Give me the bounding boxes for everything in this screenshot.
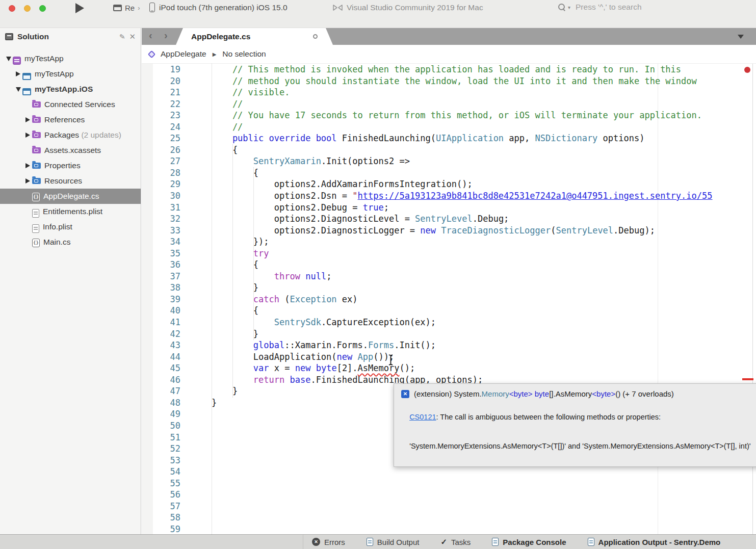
navigate-forward-button[interactable]: › (164, 30, 168, 41)
tab-appdelegate-cs[interactable]: AppDelegate.cs (176, 28, 333, 45)
line-number[interactable]: 45 (142, 362, 180, 374)
code-line-39[interactable]: 39 catch (Exception ex) (142, 294, 756, 305)
breadcrumb-class[interactable]: AppDelegate (161, 49, 206, 59)
line-number[interactable]: 37 (142, 271, 180, 282)
code-line-28[interactable]: 28 { (142, 167, 756, 179)
code-line-19[interactable]: 19 // This method is invoked when the ap… (142, 64, 756, 75)
tree-item-entitlements-plist[interactable]: Entitlements.plist (0, 204, 141, 219)
tree-item-packages[interactable]: Packages (2 updates) (0, 127, 141, 143)
line-number[interactable]: 53 (142, 455, 180, 466)
line-number[interactable]: 40 (142, 305, 180, 317)
line-number[interactable]: 52 (142, 443, 180, 455)
tree-item-connected-services[interactable]: Connected Services (0, 97, 141, 112)
code-line-29[interactable]: 29 options2.AddXamarinFormsIntegration()… (142, 178, 756, 190)
tree-item-mytestapp[interactable]: myTestApp (0, 51, 141, 66)
disclosure-right-icon[interactable] (14, 71, 22, 76)
code-line-26[interactable]: 26 { (142, 144, 756, 156)
status-item-build-output[interactable]: Build Output (367, 538, 420, 546)
tree-item-references[interactable]: References (0, 112, 141, 127)
close-pad-icon[interactable]: ✕ (129, 32, 136, 41)
line-number[interactable]: 48 (142, 397, 180, 409)
code-line-40[interactable]: 40 { (142, 305, 756, 317)
code-line-20[interactable]: 20 // method you should instantiate the … (142, 75, 756, 87)
status-item-tasks[interactable]: ✓Tasks (440, 537, 471, 546)
code-line-54[interactable]: 54 (142, 466, 756, 478)
line-number[interactable]: 29 (142, 178, 180, 190)
code-line-35[interactable]: 35 try (142, 248, 756, 259)
line-number[interactable]: 25 (142, 133, 180, 144)
line-number[interactable]: 57 (142, 501, 180, 512)
tree-item-assets-xcassets[interactable]: Assets.xcassets (0, 143, 141, 158)
device-selector[interactable]: iPod touch (7th generation) iOS 15.0 (149, 3, 288, 12)
line-number[interactable]: 23 (142, 110, 180, 121)
line-number[interactable]: 44 (142, 351, 180, 363)
line-number[interactable]: 34 (142, 236, 180, 248)
window-close-button[interactable] (9, 5, 15, 12)
tree-item-resources[interactable]: Resources (0, 173, 141, 189)
code-line-34[interactable]: 34 }); (142, 236, 756, 248)
navigate-back-button[interactable]: ‹ (149, 30, 152, 41)
code-line-31[interactable]: 31 options2.Debug = true; (142, 202, 756, 214)
status-item-errors[interactable]: ✕Errors (312, 538, 345, 546)
code-line-27[interactable]: 27 SentryXamarin.Init(options2 => (142, 155, 756, 167)
line-number[interactable]: 26 (142, 144, 180, 156)
status-item-package-console[interactable]: Package Console (492, 538, 566, 546)
disclosure-right-icon[interactable] (23, 163, 32, 168)
code-line-41[interactable]: 41 SentrySdk.CaptureException(ex); (142, 317, 756, 328)
line-number[interactable]: 38 (142, 282, 180, 294)
code-line-33[interactable]: 33 options2.DiagnosticLogger = new Trace… (142, 225, 756, 237)
line-number[interactable]: 21 (142, 87, 180, 98)
code-line-38[interactable]: 38 } (142, 282, 756, 294)
code-line-44[interactable]: 44 LoadApplication(new App()); (142, 351, 756, 363)
tree-item-mytestapp[interactable]: myTestApp (0, 66, 141, 82)
tree-item-properties[interactable]: Properties (0, 158, 141, 173)
code-line-22[interactable]: 22 // (142, 98, 756, 110)
disclosure-down-icon[interactable] (4, 57, 13, 61)
line-number[interactable]: 32 (142, 213, 180, 225)
run-button[interactable] (75, 3, 84, 13)
tree-item-appdelegate-cs[interactable]: {}AppDelegate.cs (0, 189, 141, 204)
error-marker-summary-icon[interactable] (744, 67, 750, 73)
code-line-21[interactable]: 21 // visible. (142, 87, 756, 98)
status-item-application-output-sentry-demo[interactable]: Application Output - Sentry.Demo (588, 538, 721, 546)
window-zoom-button[interactable] (39, 5, 46, 12)
line-number[interactable]: 22 (142, 98, 180, 110)
line-number[interactable]: 42 (142, 328, 180, 340)
line-number[interactable]: 49 (142, 408, 180, 420)
line-number[interactable]: 19 (142, 64, 180, 75)
code-line-56[interactable]: 56 (142, 489, 756, 501)
error-marker-line-icon[interactable] (742, 378, 753, 380)
code-line-43[interactable]: 43 global::Xamarin.Forms.Forms.Init(); (142, 339, 756, 351)
line-number[interactable]: 56 (142, 489, 180, 501)
line-number[interactable]: 35 (142, 248, 180, 259)
line-number[interactable]: 39 (142, 294, 180, 305)
line-number[interactable]: 24 (142, 121, 180, 133)
tab-list-dropdown-icon[interactable] (738, 35, 744, 39)
pin-icon[interactable]: ✏ (117, 32, 127, 42)
error-code-link[interactable]: CS0121 (409, 413, 436, 421)
code-line-24[interactable]: 24 // (142, 121, 756, 133)
line-number[interactable]: 51 (142, 432, 180, 443)
line-number[interactable]: 46 (142, 374, 180, 386)
breadcrumb-selection[interactable]: No selection (222, 49, 266, 59)
line-number[interactable]: 30 (142, 190, 180, 202)
disclosure-down-icon[interactable] (14, 87, 22, 92)
code-line-58[interactable]: 58 (142, 512, 756, 524)
code-line-36[interactable]: 36 { (142, 259, 756, 271)
code-line-37[interactable]: 37 throw null; (142, 271, 756, 282)
line-number[interactable]: 47 (142, 385, 180, 397)
line-number[interactable]: 58 (142, 512, 180, 524)
search-field[interactable]: ▾ Press '^,' to search (558, 3, 747, 12)
line-number[interactable]: 43 (142, 339, 180, 351)
line-number[interactable]: 59 (142, 524, 180, 534)
code-line-30[interactable]: 30 options2.Dsn = "https://5a193123a9b84… (142, 190, 756, 202)
configuration-selector[interactable]: Re › (113, 4, 140, 12)
tree-item-info-plist[interactable]: Info.plist (0, 219, 141, 234)
code-line-55[interactable]: 55 (142, 478, 756, 489)
line-number[interactable]: 54 (142, 466, 180, 478)
code-line-25[interactable]: 25 public override bool FinishedLaunchin… (142, 133, 756, 144)
line-number[interactable]: 28 (142, 167, 180, 179)
line-number[interactable]: 41 (142, 317, 180, 328)
code-line-42[interactable]: 42 } (142, 328, 756, 340)
line-number[interactable]: 33 (142, 225, 180, 237)
